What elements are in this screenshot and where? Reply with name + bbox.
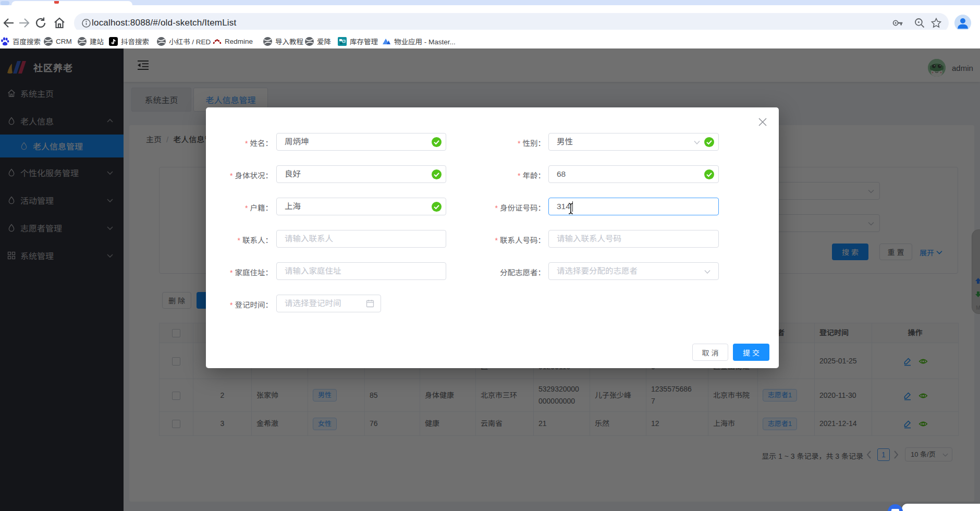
field-label-text: 户籍： — [250, 204, 273, 212]
field-input-5[interactable]: 314 — [548, 198, 719, 215]
bookmark-label: 小红书 / RED — [169, 36, 211, 46]
field-select-9[interactable]: 请选择要分配的志愿者 — [548, 262, 719, 280]
field-label: *身体状况： — [206, 169, 273, 180]
field-label: *登记时间： — [206, 299, 273, 310]
bookmark-item[interactable]: CRM — [44, 34, 72, 48]
field-value: 68 — [557, 169, 566, 178]
edit-elder-dialog: *姓名：周炳坤*性别：男性*身体状况：良好*年龄：68*户籍：上海*身份证号码：… — [206, 107, 779, 368]
field-input-4[interactable]: 上海 — [276, 198, 446, 215]
field-label-text: 身体状况： — [235, 172, 273, 180]
required-asterisk: * — [518, 172, 520, 180]
bookmark-label: Redmine — [225, 38, 253, 45]
browser-chrome: localhost:8088/#/old-sketch/ItemList 百度搜… — [0, 0, 980, 48]
field-label-text: 联系人： — [242, 236, 273, 245]
bookmarks-bar: 百度搜索CRM建站抖音搜索小红书 / REDRedmine导入教程爱降库存管理物… — [0, 30, 980, 48]
reload-icon[interactable] — [34, 17, 47, 29]
field-label: *身份证号码： — [425, 202, 545, 213]
field-input-0[interactable]: 周炳坤 — [276, 133, 446, 151]
home-icon[interactable] — [53, 17, 66, 29]
browser-profile-avatar[interactable] — [954, 15, 971, 31]
required-asterisk: * — [245, 139, 248, 148]
site-info-icon[interactable] — [82, 19, 91, 28]
field-placeholder: 请选择要分配的志愿者 — [557, 266, 638, 275]
globe-icon — [44, 37, 53, 46]
bookmark-item[interactable]: 建站 — [78, 34, 104, 48]
bookmark-label: 百度搜索 — [13, 36, 41, 46]
browser-toolbar: localhost:8088/#/old-sketch/ItemList — [0, 5, 980, 30]
required-asterisk: * — [230, 301, 232, 309]
field-input-6[interactable]: 请输入联系人 — [276, 230, 446, 248]
field-value: 男性 — [557, 137, 573, 146]
field-label-text: 年龄： — [523, 172, 546, 180]
bookmark-label: 爱降 — [317, 36, 331, 46]
globe-icon — [157, 37, 166, 46]
required-asterisk: * — [518, 139, 520, 148]
zoom-icon[interactable] — [914, 18, 925, 28]
redmine-icon — [213, 37, 222, 46]
bookmark-item[interactable]: 百度搜索 — [1, 34, 41, 48]
field-label-text: 登记时间： — [235, 301, 273, 309]
field-label: *家庭住址： — [206, 266, 273, 277]
field-input-3[interactable]: 68 — [548, 165, 719, 183]
browser-active-tab[interactable] — [11, 1, 132, 5]
required-asterisk: * — [495, 236, 498, 245]
field-placeholder: 请输入联系人 — [285, 234, 333, 243]
field-label: *姓名： — [206, 137, 273, 148]
field-input-8[interactable]: 请输入家庭住址 — [276, 262, 446, 280]
chat-widget-glyph — [891, 509, 899, 511]
property-icon — [382, 37, 391, 46]
tab-favicon — [54, 1, 59, 4]
field-input-7[interactable]: 请输入联系人号码 — [548, 230, 719, 248]
back-icon[interactable] — [3, 17, 15, 29]
globe-icon — [78, 37, 87, 46]
required-asterisk: * — [238, 236, 240, 245]
text-cursor-pointer — [568, 203, 574, 214]
field-placeholder: 请输入联系人号码 — [557, 234, 621, 243]
close-icon[interactable] — [757, 117, 768, 127]
cancel-button[interactable]: 取 消 — [692, 344, 728, 361]
password-key-icon[interactable] — [892, 18, 903, 28]
field-value: 周炳坤 — [285, 137, 309, 146]
bookmark-item[interactable]: 小红书 / RED — [157, 34, 211, 48]
bookmark-item[interactable]: 物业应用 - Master... — [382, 34, 456, 48]
bookmark-star-icon[interactable] — [931, 18, 941, 28]
required-asterisk: * — [230, 269, 232, 277]
field-label: *联系人： — [206, 234, 273, 245]
globe-icon — [263, 37, 272, 46]
field-input-10[interactable]: 请选择登记时间 — [276, 295, 381, 312]
field-label-text: 分配志愿者： — [500, 269, 545, 277]
field-label: *性别： — [425, 137, 545, 148]
bookmark-item[interactable]: Redmine — [213, 34, 253, 48]
bookmark-label: CRM — [56, 38, 72, 45]
bookmark-item[interactable]: 库存管理 — [338, 34, 378, 48]
browser-tab-strip — [0, 0, 980, 5]
corner-popup-card — [902, 504, 980, 511]
globe-icon — [305, 37, 314, 46]
field-input-2[interactable]: 良好 — [276, 165, 446, 183]
tiktok-icon — [109, 37, 118, 46]
submit-button[interactable]: 提 交 — [733, 344, 769, 361]
screen: 社区养老 系统主页老人信息老人信息管理个性化服务管理活动管理志愿者管理系统管理 — [0, 0, 980, 511]
bookmark-item[interactable]: 抖音搜索 — [109, 34, 149, 48]
chevron-down-icon — [704, 268, 711, 275]
field-label-text: 联系人号码： — [500, 236, 545, 245]
field-value: 上海 — [285, 202, 301, 211]
field-label: 分配志愿者： — [425, 266, 545, 277]
field-label: *联系人号码： — [425, 234, 545, 245]
field-label-text: 性别： — [523, 139, 546, 148]
bookmark-item[interactable]: 爱降 — [305, 34, 331, 48]
bookmark-label: 库存管理 — [350, 36, 378, 46]
bookmark-label: 建站 — [90, 36, 104, 46]
field-label-text: 姓名： — [250, 139, 273, 148]
field-select-1[interactable]: 男性 — [548, 133, 719, 151]
calendar-icon — [366, 299, 374, 308]
forward-icon[interactable] — [18, 17, 30, 29]
bookmark-label: 物业应用 - Master... — [394, 36, 456, 46]
url-text[interactable]: localhost:8088/#/old-sketch/ItemList — [92, 18, 236, 28]
required-asterisk: * — [245, 204, 248, 212]
field-label-text: 身份证号码： — [500, 204, 545, 212]
bookmark-item[interactable]: 导入教程 — [263, 34, 303, 48]
chevron-down-icon — [693, 139, 701, 146]
field-value: 良好 — [285, 169, 301, 178]
baidu-paw-icon — [1, 37, 9, 46]
